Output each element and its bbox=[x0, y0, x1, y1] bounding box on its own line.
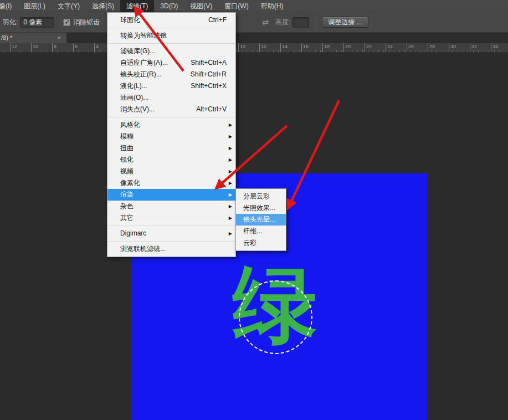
submenu-arrow-icon: ▶ bbox=[229, 189, 232, 201]
ruler-major-tick bbox=[449, 43, 449, 52]
ruler-major-tick bbox=[428, 43, 428, 52]
submenu-arrow-icon: ▶ bbox=[229, 166, 232, 177]
menu-item-label: 杂色 bbox=[120, 202, 134, 210]
render-submenu-item[interactable]: 镜头光晕... bbox=[236, 214, 286, 226]
ruler-label: 10 bbox=[33, 44, 38, 49]
check-icon: ✓ bbox=[64, 18, 70, 26]
filter-menu-item[interactable]: 油画(O)... bbox=[107, 92, 235, 104]
height-input[interactable] bbox=[293, 17, 309, 28]
menu-item-label: 视频 bbox=[120, 167, 134, 175]
menu-item-label: Digimarc bbox=[120, 229, 146, 237]
filter-menu-item[interactable]: 渲染▶ bbox=[107, 189, 235, 201]
menubar-item[interactable]: 视图(V) bbox=[184, 0, 218, 12]
menubar-item[interactable]: 文字(Y) bbox=[52, 0, 86, 12]
menubar-item[interactable]: 3D(D) bbox=[154, 0, 184, 12]
menu-item-label: 转换为智能滤镜 bbox=[120, 32, 167, 39]
ruler-label: 8 bbox=[54, 44, 57, 49]
menubar-item[interactable]: 像(I) bbox=[0, 0, 18, 12]
filter-menu-item[interactable]: 扭曲▶ bbox=[107, 142, 235, 154]
antialias-checkbox[interactable]: ✓ bbox=[63, 19, 70, 26]
menu-separator bbox=[108, 226, 235, 226]
menu-bar: 像(I)图层(L)文字(Y)选择(S)滤镜(T)3D(D)视图(V)窗口(W)帮… bbox=[0, 0, 508, 12]
ruler-major-tick bbox=[343, 43, 344, 52]
menu-item-label: 其它 bbox=[120, 214, 134, 222]
ruler-major-tick bbox=[365, 43, 365, 52]
ruler-major-tick bbox=[238, 43, 239, 52]
options-divider bbox=[316, 16, 316, 28]
filter-menu-item[interactable]: 自适应广角(A)...Shift+Ctrl+A bbox=[107, 57, 235, 69]
render-submenu-item[interactable]: 纤维... bbox=[236, 226, 286, 237]
filter-menu-item[interactable]: 风格化▶ bbox=[107, 119, 235, 131]
feather-input[interactable]: 0 像素 bbox=[20, 17, 54, 28]
filter-menu-item[interactable]: 滤镜库(G)... bbox=[107, 45, 235, 57]
ruler-major-tick bbox=[322, 43, 323, 52]
menu-item-label: 镜头校正(R)... bbox=[120, 70, 162, 78]
menubar-item[interactable]: 帮助(H) bbox=[255, 0, 290, 12]
ruler-major-tick bbox=[407, 43, 407, 52]
ruler-label: 18 bbox=[324, 44, 330, 49]
document-tab[interactable]: /8) * × bbox=[0, 33, 66, 43]
ruler-major-tick bbox=[259, 43, 260, 52]
feather-label: 羽化: bbox=[3, 18, 18, 27]
menu-item-label: 像素化 bbox=[120, 179, 140, 187]
render-submenu-item[interactable]: 光照效果... bbox=[236, 202, 286, 214]
menu-item-label: 球面化 bbox=[120, 16, 140, 24]
refine-edge-button[interactable]: 调整边缘 ... bbox=[322, 17, 368, 28]
filter-menu-item[interactable]: 液化(L)...Shift+Ctrl+X bbox=[107, 80, 235, 92]
photoshop-window: 绿 像(I)图层(L)文字(Y)选择(S)滤镜(T)3D(D)视图(V)窗口(W… bbox=[0, 0, 508, 420]
ruler-major-tick bbox=[470, 43, 470, 52]
ruler-label: 20 bbox=[345, 44, 351, 49]
menubar-item[interactable]: 滤镜(T) bbox=[120, 0, 154, 12]
filter-menu-item[interactable]: 像素化▶ bbox=[107, 177, 235, 189]
filter-menu-item[interactable]: 视频▶ bbox=[107, 166, 235, 177]
menubar-item[interactable]: 窗口(W) bbox=[218, 0, 254, 12]
filter-menu-item[interactable]: 浏览联机滤镜... bbox=[107, 243, 235, 255]
filter-menu-item[interactable]: 球面化Ctrl+F bbox=[107, 14, 235, 26]
filter-menu-item[interactable]: 消失点(V)...Alt+Ctrl+V bbox=[107, 104, 235, 115]
render-submenu-item[interactable]: 云彩 bbox=[236, 237, 286, 249]
menu-item-shortcut: Shift+Ctrl+A bbox=[191, 57, 227, 69]
filter-menu-item[interactable]: 镜头校正(R)...Shift+Ctrl+R bbox=[107, 69, 235, 80]
filter-menu-item[interactable]: 杂色▶ bbox=[107, 201, 235, 212]
menu-item-label: 油画(O)... bbox=[120, 94, 148, 101]
filter-menu-item[interactable]: 其它▶ bbox=[107, 212, 235, 224]
close-tab-icon[interactable]: × bbox=[58, 33, 61, 43]
menu-item-label: 消失点(V)... bbox=[120, 105, 155, 113]
ruler-major-tick bbox=[386, 43, 386, 52]
menu-item-shortcut: Ctrl+F bbox=[208, 14, 227, 26]
filter-menu-item[interactable]: 锐化▶ bbox=[107, 154, 235, 166]
antialias-label: 消除锯齿 bbox=[73, 18, 100, 27]
swap-dimensions-icon: ⇄ bbox=[262, 18, 269, 27]
ruler-label: 22 bbox=[366, 44, 372, 49]
menubar-item[interactable]: 图层(L) bbox=[18, 0, 52, 12]
filter-menu-item[interactable]: 模糊▶ bbox=[107, 131, 235, 142]
menu-item-label: 自适应广角(A)... bbox=[120, 59, 168, 66]
ruler-label: 14 bbox=[282, 44, 288, 49]
ruler-label: 30 bbox=[450, 44, 456, 49]
menu-item-label: 风格化 bbox=[120, 121, 140, 129]
render-submenu-item[interactable]: 分层云彩 bbox=[236, 191, 286, 202]
filter-menu-item[interactable]: 转换为智能滤镜 bbox=[107, 30, 235, 42]
ruler-label: 12 bbox=[12, 44, 17, 49]
submenu-arrow-icon: ▶ bbox=[229, 177, 232, 189]
document-tab-label: /8) * bbox=[1, 34, 12, 41]
menu-item-label: 液化(L)... bbox=[120, 82, 147, 90]
submenu-arrow-icon: ▶ bbox=[229, 131, 232, 142]
menu-item-shortcut: Shift+Ctrl+R bbox=[191, 69, 227, 80]
menu-item-label: 浏览联机滤镜... bbox=[120, 245, 166, 253]
submenu-arrow-icon: ▶ bbox=[229, 142, 232, 154]
ruler-label: 10 bbox=[240, 44, 245, 49]
ruler-major-tick bbox=[280, 43, 281, 52]
submenu-arrow-icon: ▶ bbox=[229, 119, 232, 131]
menu-item-label: 滤镜库(G)... bbox=[120, 47, 155, 55]
horizontal-ruler[interactable]: 121086410121416182022242628303234 bbox=[0, 43, 508, 53]
menu-item-shortcut: Shift+Ctrl+X bbox=[191, 80, 227, 92]
menu-item-label: 模糊 bbox=[120, 132, 134, 140]
submenu-arrow-icon: ▶ bbox=[229, 154, 232, 166]
menubar-item[interactable]: 选择(S) bbox=[86, 0, 120, 12]
marching-ants-selection[interactable] bbox=[239, 280, 312, 354]
menu-item-label: 扭曲 bbox=[120, 144, 134, 152]
filter-menu-dropdown: 球面化Ctrl+F转换为智能滤镜滤镜库(G)...自适应广角(A)...Shif… bbox=[107, 12, 236, 257]
filter-menu-item[interactable]: Digimarc▶ bbox=[107, 228, 235, 239]
ruler-label: 4 bbox=[96, 44, 99, 49]
